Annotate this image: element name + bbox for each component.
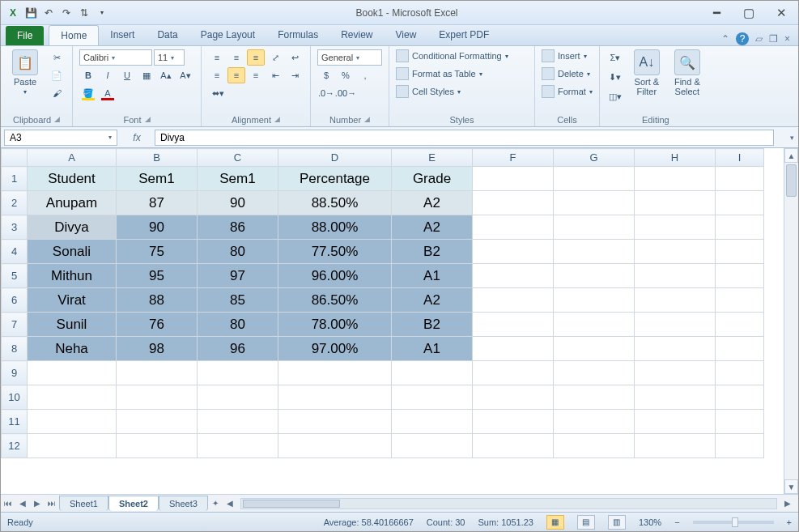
expand-formula-bar-icon[interactable]: ▾ — [785, 134, 798, 142]
cell[interactable]: Virat — [28, 288, 117, 313]
align-top-icon[interactable]: ≡ — [208, 49, 226, 66]
help-icon[interactable]: ? — [736, 32, 749, 45]
cell[interactable]: 90 — [117, 215, 198, 240]
vertical-scrollbar[interactable]: ▲ ▼ — [784, 148, 798, 494]
cell[interactable] — [392, 434, 473, 458]
format-as-table-button[interactable]: Format as Table▾ — [396, 67, 508, 80]
cell[interactable] — [473, 361, 554, 385]
cell[interactable] — [554, 361, 635, 385]
cell[interactable] — [635, 385, 716, 410]
cell[interactable] — [716, 385, 764, 410]
cell[interactable] — [554, 215, 635, 240]
cell[interactable] — [473, 337, 554, 361]
tab-view[interactable]: View — [385, 25, 428, 45]
align-left-icon[interactable]: ≡ — [208, 67, 226, 83]
tab-expert-pdf[interactable]: Expert PDF — [427, 25, 500, 45]
column-header[interactable]: G — [554, 149, 635, 167]
fill-color-button[interactable]: 🪣 — [79, 85, 97, 101]
cell[interactable]: 75 — [117, 240, 198, 264]
cell[interactable]: 80 — [198, 240, 278, 264]
window-mdi-close-icon[interactable]: × — [784, 33, 790, 45]
border-button[interactable]: ▦ — [138, 67, 155, 83]
zoom-in-icon[interactable]: + — [787, 517, 792, 527]
window-restore-icon[interactable]: ▱ — [755, 33, 763, 45]
row-header[interactable]: 8 — [2, 337, 28, 361]
cell[interactable] — [473, 313, 554, 337]
orientation-icon[interactable]: ⤢ — [266, 49, 284, 66]
grid[interactable]: ABCDEFGHI1StudentSem1Sem1PercentageGrade… — [1, 148, 784, 494]
cell[interactable] — [473, 167, 554, 191]
copy-icon[interactable]: 📄 — [48, 67, 66, 83]
column-header[interactable]: I — [716, 149, 764, 167]
cell[interactable] — [278, 410, 392, 434]
fx-icon[interactable]: fx — [121, 132, 153, 143]
font-size-combo[interactable]: 11▾ — [154, 49, 185, 66]
cell[interactable] — [635, 337, 716, 361]
formula-input[interactable]: Divya — [155, 130, 774, 146]
cell[interactable] — [28, 361, 117, 385]
wrap-text-icon[interactable]: ↩ — [286, 49, 304, 66]
scroll-down-icon[interactable]: ▼ — [784, 479, 798, 494]
cell[interactable]: A2 — [392, 191, 473, 215]
cell[interactable] — [716, 191, 764, 215]
row-header[interactable]: 11 — [2, 410, 28, 434]
sort-icon[interactable]: ⇅ — [77, 6, 91, 20]
last-sheet-icon[interactable]: ⏭ — [45, 499, 59, 508]
delete-cells-button[interactable]: Delete▾ — [542, 67, 593, 80]
cell[interactable]: 88.00% — [278, 215, 392, 240]
zoom-slider[interactable] — [693, 521, 774, 524]
cell[interactable] — [28, 410, 117, 434]
cell[interactable]: Mithun — [28, 264, 117, 288]
format-cells-button[interactable]: Format▾ — [542, 85, 593, 98]
page-break-view-icon[interactable]: ▥ — [608, 515, 626, 530]
italic-button[interactable]: I — [99, 67, 117, 83]
align-middle-icon[interactable]: ≡ — [227, 49, 245, 66]
cell[interactable]: Neha — [28, 337, 117, 361]
cell[interactable]: 78.00% — [278, 313, 392, 337]
first-sheet-icon[interactable]: ⏮ — [1, 499, 15, 508]
cell[interactable] — [716, 288, 764, 313]
comma-format-icon[interactable]: , — [356, 67, 374, 83]
column-header[interactable]: C — [198, 149, 278, 167]
cell[interactable] — [278, 361, 392, 385]
cell[interactable]: 97 — [198, 264, 278, 288]
tab-page-layout[interactable]: Page Layout — [189, 25, 266, 45]
decrease-decimal-icon[interactable]: .00→ — [337, 85, 355, 101]
cell[interactable]: 90 — [198, 191, 278, 215]
row-header[interactable]: 9 — [2, 361, 28, 385]
cell[interactable] — [716, 337, 764, 361]
cell[interactable] — [716, 264, 764, 288]
clear-icon[interactable]: ◫▾ — [606, 88, 624, 104]
cell[interactable] — [198, 434, 278, 458]
tab-home[interactable]: Home — [49, 25, 99, 45]
cell[interactable] — [635, 215, 716, 240]
name-box[interactable]: A3 ▾ — [4, 130, 117, 146]
close-button[interactable]: ✕ — [769, 1, 793, 25]
cell[interactable] — [278, 434, 392, 458]
scroll-up-icon[interactable]: ▲ — [784, 148, 798, 163]
cell[interactable] — [117, 410, 198, 434]
cell[interactable]: Sonali — [28, 240, 117, 264]
sheet-tab-sheet3[interactable]: Sheet3 — [159, 496, 208, 511]
align-bottom-icon[interactable]: ≡ — [247, 49, 265, 66]
cell[interactable] — [473, 410, 554, 434]
cell[interactable] — [198, 410, 278, 434]
cell[interactable] — [635, 191, 716, 215]
row-header[interactable]: 6 — [2, 288, 28, 313]
cell-styles-button[interactable]: Cell Styles▾ — [396, 85, 508, 98]
align-right-icon[interactable]: ≡ — [247, 67, 265, 83]
row-header[interactable]: 1 — [2, 167, 28, 191]
increase-decimal-icon[interactable]: .0→ — [317, 85, 335, 101]
cell[interactable] — [117, 385, 198, 410]
cell[interactable]: Divya — [28, 215, 117, 240]
hscroll-thumb[interactable] — [243, 500, 340, 508]
cell[interactable]: 88 — [117, 288, 198, 313]
cell[interactable] — [554, 264, 635, 288]
autosum-icon[interactable]: Σ▾ — [606, 49, 624, 66]
hscroll-right-icon[interactable]: ▶ — [780, 499, 795, 508]
cell[interactable] — [635, 167, 716, 191]
page-layout-view-icon[interactable]: ▤ — [577, 515, 595, 530]
sort-filter-button[interactable]: A↓ Sort & Filter — [629, 49, 665, 96]
maximize-button[interactable]: ▢ — [737, 1, 761, 25]
cell[interactable] — [473, 288, 554, 313]
